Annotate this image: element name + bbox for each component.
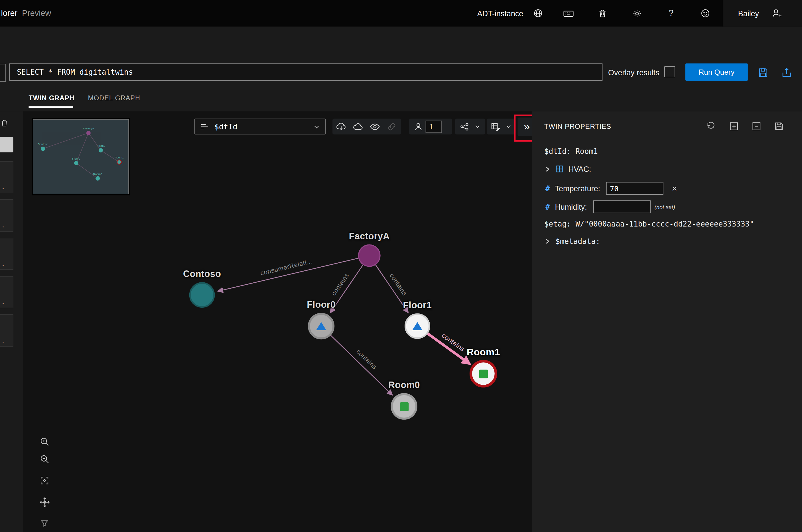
zoom-out-button[interactable] [37,452,52,466]
run-query-button[interactable]: Run Query [685,63,748,81]
top-bar-divider [723,0,723,26]
pan-button[interactable] [37,495,52,509]
number-type-icon: # [545,202,550,211]
graph-node-Floor1[interactable] [405,314,430,339]
expansion-mode-chevron[interactable] [472,118,482,134]
globe-button[interactable] [530,0,546,26]
strip-item-label: . [2,220,4,229]
minimap-edge [76,163,97,178]
minimap-node-label: FactoryA [83,127,94,130]
keyboard-shortcuts-button[interactable] [560,0,576,26]
toggle-properties-panel-button[interactable]: » [518,118,532,136]
minimap-edge [88,133,101,150]
load-twins-button[interactable] [332,118,349,134]
collapse-all-button[interactable] [750,120,763,133]
edit-relationships-button[interactable] [489,118,502,134]
expand-all-button[interactable] [727,120,741,133]
show-all-button[interactable] [366,118,383,134]
delete-all-button[interactable] [595,0,610,26]
minimap-node-label: Floor1 [97,144,105,147]
twin-properties-panel: TWIN PROPERTIES $dtId: Room1 HVAC: # Tem… [532,111,802,532]
property-filter-dropdown[interactable]: $dtId [194,118,326,134]
expansion-level-input[interactable] [426,120,442,133]
graph-node-Floor0[interactable] [308,313,334,339]
strip-model-item[interactable]: . [0,238,13,270]
minimap-node-Floor1 [99,148,103,152]
relationship-edit-group [487,118,516,134]
tab-model-graph[interactable]: MODEL GRAPH [88,94,140,102]
humidity-input[interactable] [593,200,650,213]
expansion-graph-icon [459,121,470,132]
zoom-in-button[interactable] [37,435,52,449]
eye-icon [369,121,380,132]
room-square-icon [479,369,487,378]
floor-triangle-icon [316,322,327,330]
trash-icon [597,8,608,19]
instance-name[interactable]: ADT-instance [477,0,523,26]
filter-button[interactable] [37,516,52,531]
cloud-download-icon [335,121,347,132]
settings-button[interactable] [629,0,645,26]
graph-node-Contoso[interactable] [189,282,215,308]
dtid-value: $dtId: Room1 [544,147,598,156]
cloud-icon [352,121,363,132]
strip-model-item[interactable]: . [0,314,13,346]
keyboard-icon [562,7,574,19]
not-set-hint: (not set) [655,204,675,210]
strip-model-item[interactable]: . [0,276,13,308]
globe-icon [533,8,543,19]
minimap-node-Floor0 [74,161,78,165]
user-account-button[interactable] [769,0,785,26]
minimap-node-Contoso [41,147,45,151]
edit-relationships-chevron[interactable] [503,118,514,134]
tab-twin-graph[interactable]: TWIN GRAPH [29,94,74,102]
app-title-fragment: lorer [1,8,17,18]
save-query-button[interactable] [755,64,771,80]
hvac-row: HVAC: [544,165,591,173]
query-input[interactable] [9,63,602,81]
graph-action-group [332,118,401,134]
metadata-row: $metadata: [544,237,600,245]
feedback-button[interactable] [698,0,713,26]
temperature-input[interactable] [607,182,664,195]
chevron-down-icon [505,123,512,130]
show-relationships-button[interactable] [383,118,400,134]
strip-trash-icon[interactable] [0,118,8,127]
fit-view-button[interactable] [37,473,52,488]
screen: lorer Preview ADT-instance ? Bailey Over… [0,0,802,532]
minimap-node-label: Contoso [38,142,48,146]
floor-triangle-icon [412,322,423,330]
help-icon: ? [669,8,673,19]
graph-node-label-FactoryA: FactoryA [349,231,390,242]
help-button[interactable]: ? [664,0,679,26]
refresh-graph-button[interactable] [349,118,366,134]
graph-node-label-Room1: Room1 [467,346,500,358]
etag-row: $etag: W/"0000aaaa-11bb-cccc-dd22-eeeeee… [544,220,754,228]
user-name[interactable]: Bailey [738,0,759,26]
chevron-right-icon[interactable] [544,166,552,172]
graph-node-Room1[interactable] [470,360,497,387]
collapse-all-icon [751,121,762,131]
strip-item-label: . [2,336,4,344]
graph-node-label-Contoso: Contoso [183,269,221,280]
clear-temperature-button[interactable]: × [672,184,677,193]
number-type-icon: # [545,184,550,193]
undo-button[interactable] [704,120,717,133]
link-icon [386,121,397,132]
strip-model-item[interactable]: . [0,200,13,232]
save-properties-button[interactable] [772,120,786,133]
minimap-node-label: Floor0 [72,157,80,160]
strip-model-item[interactable]: . [0,161,13,193]
graph-node-Room0[interactable] [391,393,417,420]
share-query-button[interactable] [778,64,795,80]
gear-icon [632,8,642,19]
twin-graph-canvas[interactable]: consumerRelati...containscontainscontain… [23,111,532,532]
preview-label: Preview [22,8,51,18]
overlay-results-checkbox[interactable] [664,66,675,77]
chevron-right-icon[interactable] [544,238,552,245]
strip-selected-item[interactable] [0,137,13,152]
strip-item-label: . [2,182,4,191]
graph-node-FactoryA[interactable] [358,245,380,267]
minimap[interactable]: FactoryAContosoFloor0Floor1Room1Room0 [33,119,129,194]
expansion-mode-button[interactable] [458,118,471,134]
